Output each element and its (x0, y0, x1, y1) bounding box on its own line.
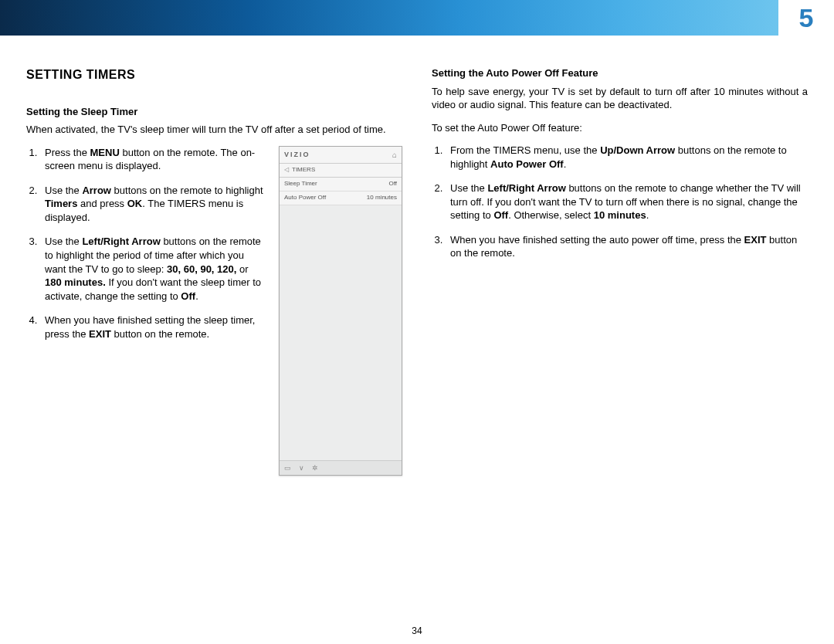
left-column: SETTING TIMERS Setting the Sleep Timer W… (26, 66, 402, 476)
step-3: When you have finished setting the auto … (446, 233, 808, 260)
sleep-timer-intro: When activated, the TV's sleep timer wil… (26, 123, 402, 137)
sleep-timer-steps: Press the MENU button on the remote. The… (26, 146, 266, 341)
vizio-logo: VIZIO (284, 150, 310, 159)
section-heading: SETTING TIMERS (26, 66, 402, 83)
osd-header: VIZIO ⌂ (280, 147, 402, 164)
step-2: Use the Left/Right Arrow buttons on the … (446, 181, 808, 222)
auto-power-steps: From the TIMERS menu, use the Up/Down Ar… (432, 144, 808, 260)
osd-crumb-label: TIMERS (292, 166, 315, 175)
osd-row-sleep-timer: Sleep Timer Off (280, 178, 402, 192)
step-3: Use the Left/Right Arrow buttons on the … (40, 235, 266, 303)
subheading-auto-power-off: Setting the Auto Power Off Feature (432, 66, 808, 80)
step-1: From the TIMERS menu, use the Up/Down Ar… (446, 144, 808, 171)
page-number: 34 (0, 625, 834, 636)
step-4: When you have finished setting the sleep… (40, 314, 266, 341)
chapter-banner: 5 (0, 0, 834, 36)
back-icon: ◁ (284, 166, 289, 175)
wide-icon: ▭ (284, 463, 291, 473)
home-icon: ⌂ (392, 150, 397, 161)
v-icon: ∨ (299, 463, 304, 473)
osd-footer: ▭ ∨ ✲ (280, 460, 402, 475)
auto-power-intro: To help save energy, your TV is set by d… (432, 85, 808, 112)
subheading-sleep-timer: Setting the Sleep Timer (26, 105, 402, 119)
osd-row-auto-power-off: Auto Power Off 10 minutes (280, 192, 402, 205)
gear-icon: ✲ (312, 463, 318, 473)
chapter-number-box: 5 (778, 0, 834, 36)
step-1: Press the MENU button on the remote. The… (40, 146, 266, 173)
auto-power-lead: To set the Auto Power Off feature: (432, 121, 808, 135)
chapter-number: 5 (799, 3, 814, 33)
page-content: SETTING TIMERS Setting the Sleep Timer W… (0, 36, 834, 476)
right-column: Setting the Auto Power Off Feature To he… (432, 66, 808, 476)
step-2: Use the Arrow buttons on the remote to h… (40, 184, 266, 225)
osd-breadcrumb: ◁ TIMERS (280, 164, 402, 178)
osd-screenshot: VIZIO ⌂ ◁ TIMERS Sleep Timer Off Auto Po… (279, 146, 402, 476)
osd-body (280, 205, 402, 460)
